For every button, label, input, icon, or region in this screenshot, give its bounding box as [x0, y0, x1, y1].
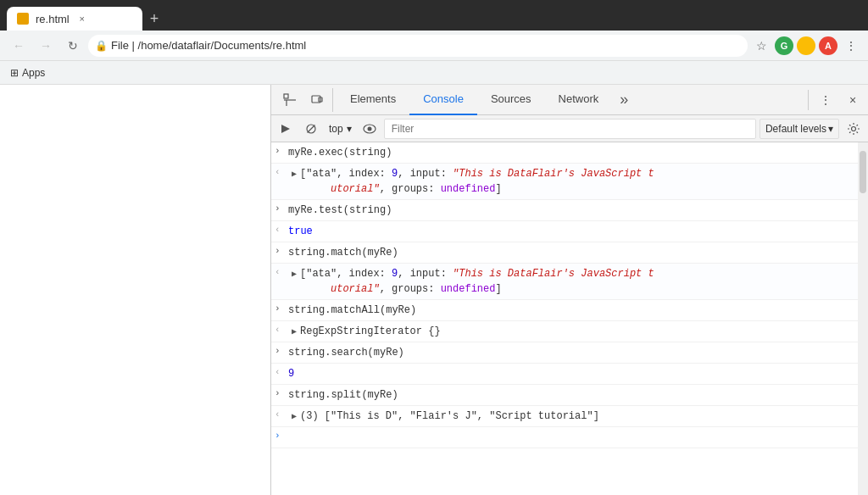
secure-icon: 🔒 [95, 40, 108, 52]
profile-google-button[interactable]: G [775, 36, 793, 55]
svg-marker-5 [281, 125, 290, 133]
context-selector[interactable]: top ▾ [326, 119, 355, 139]
console-input: string.match(myRe) [288, 245, 854, 260]
filter-input[interactable] [384, 119, 756, 139]
expand-icon[interactable]: ▶ [288, 268, 300, 280]
console-row: ‹ ▶ ["ata", index: 9, input: "This is Da… [271, 164, 858, 200]
inspect-element-button[interactable] [278, 88, 302, 112]
expand-icon[interactable]: ▶ [288, 168, 300, 180]
svg-point-9 [367, 126, 371, 131]
apps-label: Apps [22, 67, 45, 79]
output-arrow-icon: ‹ [275, 224, 288, 235]
profile-dot-button[interactable] [797, 36, 815, 55]
console-row: › string.split(myRe) [271, 385, 858, 406]
input-arrow-icon: › [275, 145, 288, 156]
console-output-value: 9 [288, 366, 854, 381]
scrollbar-thumb[interactable] [860, 151, 866, 193]
menu-button[interactable]: ⋮ [841, 36, 861, 56]
console-row: › string.matchAll(myRe) [271, 300, 858, 321]
console-row: ‹ ▶ ["ata", index: 9, input: "This is Da… [271, 264, 858, 300]
console-input: string.split(myRe) [288, 387, 854, 403]
console-output-value: ["ata", index: 9, input: "This is DataFl… [300, 166, 854, 197]
apps-bar: ⊞ Apps [0, 61, 868, 85]
console-row: › myRe.exec(string) [271, 142, 858, 164]
bookmark-button[interactable]: ☆ [751, 36, 771, 56]
input-arrow-icon: › [275, 303, 288, 314]
new-tab-button[interactable]: + [142, 7, 166, 31]
prompt-arrow-icon: › [275, 430, 288, 441]
console-output: › myRe.exec(string) ‹ ▶ ["ata", index: 9… [271, 142, 858, 495]
devtools-panel: Elements Console Sources Network » ⋮ × [271, 85, 868, 495]
active-tab[interactable]: re.html × [7, 7, 142, 31]
main-content: Elements Console Sources Network » ⋮ × [0, 85, 868, 495]
tab-title: re.html [36, 13, 70, 25]
address-bar-row: ← → ↻ 🔒 File | /home/dataflair/Documents… [0, 31, 868, 61]
console-output-value: RegExpStringIterator {} [300, 324, 854, 339]
expand-icon[interactable]: ▶ [288, 325, 300, 337]
devtools-tabs-bar: Elements Console Sources Network » ⋮ × [271, 85, 868, 115]
console-row: › myRe.test(string) [271, 200, 858, 221]
profile-a-button[interactable]: A [819, 36, 837, 55]
expand-icon[interactable]: ▶ [288, 410, 300, 422]
website-pane [0, 85, 271, 495]
devtools-more-button[interactable]: ⋮ [814, 88, 837, 112]
address-bar[interactable]: 🔒 File | /home/dataflair/Documents/re.ht… [88, 35, 748, 57]
console-row: ‹ ▶ (3) ["This is D", "Flair's J", "Scri… [271, 406, 858, 427]
input-arrow-icon: › [275, 387, 288, 398]
console-scrollbar[interactable] [858, 142, 868, 495]
toolbar-divider [808, 90, 809, 110]
console-input: myRe.exec(string) [288, 145, 854, 160]
input-arrow-icon: › [275, 345, 288, 356]
tab-console[interactable]: Console [409, 85, 477, 115]
tab-favicon [17, 13, 29, 25]
forward-button[interactable]: → [34, 34, 58, 58]
tab-close-button[interactable]: × [76, 13, 88, 25]
output-arrow-icon: ‹ [275, 324, 288, 335]
console-prompt[interactable] [288, 430, 854, 445]
console-secondary-toolbar: top ▾ Default levels ▾ [271, 115, 868, 142]
back-button[interactable]: ← [7, 34, 31, 58]
svg-rect-0 [284, 94, 288, 98]
console-row: › string.search(myRe) [271, 342, 858, 364]
console-row: › string.match(myRe) [271, 242, 858, 264]
tab-sources[interactable]: Sources [477, 85, 545, 115]
reload-button[interactable]: ↻ [61, 34, 85, 58]
clear-console-button[interactable] [300, 118, 322, 140]
svg-point-10 [852, 126, 856, 131]
tab-bar: re.html × + [0, 0, 868, 31]
output-arrow-icon: ‹ [275, 409, 288, 420]
input-arrow-icon: › [275, 245, 288, 256]
console-row: ‹ ▶ RegExpStringIterator {} [271, 321, 858, 342]
console-output-value: ["ata", index: 9, input: "This is DataFl… [300, 266, 854, 297]
output-arrow-icon: ‹ [275, 266, 288, 277]
console-row: › [271, 427, 858, 448]
output-arrow-icon: ‹ [275, 166, 288, 177]
console-input: myRe.test(string) [288, 203, 854, 218]
console-row: ‹ true [271, 221, 858, 242]
apps-button[interactable]: ⊞ Apps [10, 67, 45, 79]
eye-button[interactable] [359, 118, 381, 140]
run-snippets-button[interactable] [275, 118, 297, 140]
devtools-close-button[interactable]: × [841, 88, 865, 112]
devtools-right-icons: ⋮ × [806, 88, 865, 112]
log-levels-selector[interactable]: Default levels ▾ [760, 119, 839, 139]
tab-elements[interactable]: Elements [337, 85, 409, 115]
console-row: ‹ 9 [271, 364, 858, 385]
console-input: string.matchAll(myRe) [288, 303, 854, 318]
settings-button[interactable] [843, 118, 865, 140]
more-tabs-button[interactable]: » [612, 88, 636, 112]
output-arrow-icon: ‹ [275, 366, 288, 377]
apps-grid-icon: ⊞ [10, 67, 19, 79]
address-text: File | /home/dataflair/Documents/re.html [111, 39, 306, 52]
device-toolbar-button[interactable] [305, 88, 329, 112]
console-output-value: (3) ["This is D", "Flair's J", "Script t… [300, 409, 854, 424]
input-arrow-icon: › [275, 203, 288, 214]
tab-network[interactable]: Network [545, 85, 613, 115]
console-output-value: true [288, 224, 854, 239]
devtools-left-icons [275, 88, 333, 112]
console-input: string.search(myRe) [288, 345, 854, 360]
console-output-area: › myRe.exec(string) ‹ ▶ ["ata", index: 9… [271, 142, 868, 495]
